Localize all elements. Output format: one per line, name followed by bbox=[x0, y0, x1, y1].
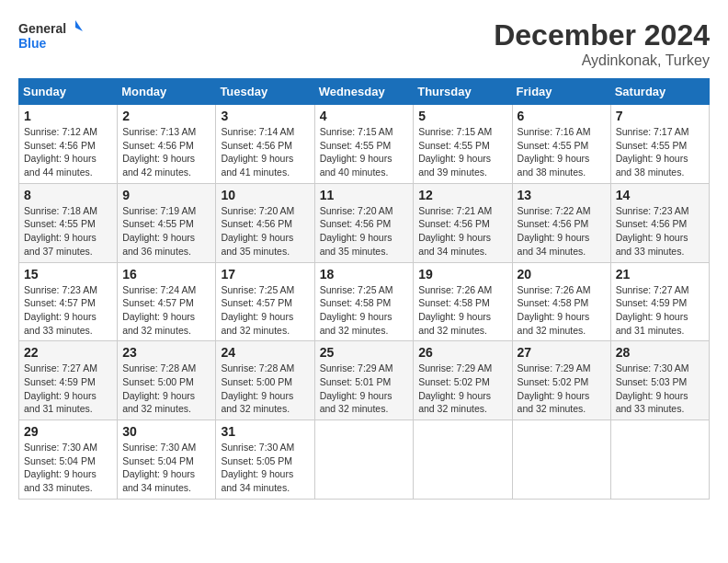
day-info: Sunrise: 7:19 AMSunset: 4:55 PMDaylight:… bbox=[122, 204, 210, 259]
day-number: 7 bbox=[616, 109, 704, 123]
calendar-cell: 9Sunrise: 7:19 AMSunset: 4:55 PMDaylight… bbox=[118, 183, 216, 262]
weekday-header-thursday: Thursday bbox=[414, 79, 512, 105]
day-info: Sunrise: 7:30 AMSunset: 5:04 PMDaylight:… bbox=[122, 441, 210, 495]
weekday-header-tuesday: Tuesday bbox=[216, 79, 314, 105]
calendar-table: SundayMondayTuesdayWednesdayThursdayFrid… bbox=[18, 78, 710, 500]
day-info: Sunrise: 7:30 AMSunset: 5:04 PMDaylight:… bbox=[24, 441, 112, 495]
day-number: 28 bbox=[616, 345, 704, 360]
logo: General Blue bbox=[18, 18, 83, 55]
month-title: December 2024 bbox=[494, 18, 710, 52]
calendar-cell: 16Sunrise: 7:24 AMSunset: 4:57 PMDayligh… bbox=[118, 262, 216, 341]
svg-text:General: General bbox=[18, 21, 66, 36]
calendar-cell: 2Sunrise: 7:13 AMSunset: 4:56 PMDaylight… bbox=[118, 105, 216, 184]
day-number: 19 bbox=[418, 267, 506, 282]
day-info: Sunrise: 7:24 AMSunset: 4:57 PMDaylight:… bbox=[122, 283, 210, 338]
day-info: Sunrise: 7:20 AMSunset: 4:56 PMDaylight:… bbox=[320, 204, 409, 259]
calendar-cell: 31Sunrise: 7:30 AMSunset: 5:05 PMDayligh… bbox=[216, 420, 314, 500]
day-number: 29 bbox=[24, 424, 112, 439]
day-number: 16 bbox=[122, 267, 210, 282]
day-number: 25 bbox=[320, 345, 409, 360]
calendar-cell: 4Sunrise: 7:15 AMSunset: 4:55 PMDaylight… bbox=[314, 105, 414, 184]
calendar-cell: 22Sunrise: 7:27 AMSunset: 4:59 PMDayligh… bbox=[19, 341, 118, 420]
day-info: Sunrise: 7:21 AMSunset: 4:56 PMDaylight:… bbox=[418, 204, 506, 259]
calendar-week-4: 22Sunrise: 7:27 AMSunset: 4:59 PMDayligh… bbox=[19, 341, 710, 420]
calendar-cell: 5Sunrise: 7:15 AMSunset: 4:55 PMDaylight… bbox=[414, 105, 512, 184]
calendar-cell: 27Sunrise: 7:29 AMSunset: 5:02 PMDayligh… bbox=[512, 341, 610, 420]
calendar-cell: 7Sunrise: 7:17 AMSunset: 4:55 PMDaylight… bbox=[610, 105, 709, 184]
calendar-week-5: 29Sunrise: 7:30 AMSunset: 5:04 PMDayligh… bbox=[19, 420, 710, 500]
calendar-cell: 21Sunrise: 7:27 AMSunset: 4:59 PMDayligh… bbox=[610, 262, 709, 341]
day-info: Sunrise: 7:23 AMSunset: 4:56 PMDaylight:… bbox=[616, 204, 704, 259]
day-info: Sunrise: 7:15 AMSunset: 4:55 PMDaylight:… bbox=[320, 125, 409, 179]
day-info: Sunrise: 7:23 AMSunset: 4:57 PMDaylight:… bbox=[24, 283, 112, 338]
day-number: 3 bbox=[221, 109, 309, 123]
day-number: 22 bbox=[24, 345, 112, 360]
calendar-cell: 23Sunrise: 7:28 AMSunset: 5:00 PMDayligh… bbox=[118, 341, 216, 420]
day-info: Sunrise: 7:29 AMSunset: 5:02 PMDaylight:… bbox=[518, 362, 606, 416]
day-number: 9 bbox=[122, 188, 210, 202]
calendar-cell: 11Sunrise: 7:20 AMSunset: 4:56 PMDayligh… bbox=[314, 183, 414, 262]
weekday-header-saturday: Saturday bbox=[610, 79, 709, 105]
day-number: 14 bbox=[616, 188, 704, 202]
day-info: Sunrise: 7:18 AMSunset: 4:55 PMDaylight:… bbox=[24, 204, 112, 259]
weekday-header-wednesday: Wednesday bbox=[314, 79, 414, 105]
day-info: Sunrise: 7:30 AMSunset: 5:05 PMDaylight:… bbox=[221, 441, 309, 495]
calendar-cell: 3Sunrise: 7:14 AMSunset: 4:56 PMDaylight… bbox=[216, 105, 314, 184]
weekday-header-row: SundayMondayTuesdayWednesdayThursdayFrid… bbox=[19, 79, 710, 105]
calendar-cell: 29Sunrise: 7:30 AMSunset: 5:04 PMDayligh… bbox=[19, 420, 118, 500]
day-number: 24 bbox=[221, 345, 309, 360]
day-number: 21 bbox=[616, 267, 704, 282]
day-number: 26 bbox=[418, 345, 506, 360]
calendar-cell: 25Sunrise: 7:29 AMSunset: 5:01 PMDayligh… bbox=[314, 341, 414, 420]
day-info: Sunrise: 7:26 AMSunset: 4:58 PMDaylight:… bbox=[418, 283, 506, 338]
calendar-cell: 17Sunrise: 7:25 AMSunset: 4:57 PMDayligh… bbox=[216, 262, 314, 341]
day-number: 23 bbox=[122, 345, 210, 360]
day-number: 31 bbox=[221, 424, 309, 439]
day-info: Sunrise: 7:13 AMSunset: 4:56 PMDaylight:… bbox=[122, 125, 210, 179]
day-info: Sunrise: 7:27 AMSunset: 4:59 PMDaylight:… bbox=[616, 283, 704, 338]
calendar-cell: 20Sunrise: 7:26 AMSunset: 4:58 PMDayligh… bbox=[512, 262, 610, 341]
title-area: December 2024 Aydinkonak, Turkey bbox=[494, 18, 710, 69]
weekday-header-friday: Friday bbox=[512, 79, 610, 105]
day-info: Sunrise: 7:12 AMSunset: 4:56 PMDaylight:… bbox=[24, 125, 112, 179]
day-info: Sunrise: 7:22 AMSunset: 4:56 PMDaylight:… bbox=[518, 204, 606, 259]
calendar-cell: 14Sunrise: 7:23 AMSunset: 4:56 PMDayligh… bbox=[610, 183, 709, 262]
calendar-cell: 1Sunrise: 7:12 AMSunset: 4:56 PMDaylight… bbox=[19, 105, 118, 184]
day-number: 13 bbox=[518, 188, 606, 202]
calendar-cell: 15Sunrise: 7:23 AMSunset: 4:57 PMDayligh… bbox=[19, 262, 118, 341]
day-info: Sunrise: 7:25 AMSunset: 4:57 PMDaylight:… bbox=[221, 283, 309, 338]
day-number: 15 bbox=[24, 267, 112, 282]
calendar-cell bbox=[414, 420, 512, 500]
day-info: Sunrise: 7:14 AMSunset: 4:56 PMDaylight:… bbox=[221, 125, 309, 179]
day-number: 4 bbox=[320, 109, 409, 123]
svg-text:Blue: Blue bbox=[18, 36, 47, 51]
calendar-week-1: 1Sunrise: 7:12 AMSunset: 4:56 PMDaylight… bbox=[19, 105, 710, 184]
calendar-cell: 26Sunrise: 7:29 AMSunset: 5:02 PMDayligh… bbox=[414, 341, 512, 420]
day-number: 17 bbox=[221, 267, 309, 282]
header: General Blue December 2024 Aydinkonak, T… bbox=[18, 18, 710, 69]
calendar-cell: 24Sunrise: 7:28 AMSunset: 5:00 PMDayligh… bbox=[216, 341, 314, 420]
calendar-cell: 28Sunrise: 7:30 AMSunset: 5:03 PMDayligh… bbox=[610, 341, 709, 420]
day-info: Sunrise: 7:26 AMSunset: 4:58 PMDaylight:… bbox=[518, 283, 606, 338]
day-info: Sunrise: 7:27 AMSunset: 4:59 PMDaylight:… bbox=[24, 362, 112, 416]
calendar-cell bbox=[314, 420, 414, 500]
day-info: Sunrise: 7:15 AMSunset: 4:55 PMDaylight:… bbox=[418, 125, 506, 179]
day-number: 12 bbox=[418, 188, 506, 202]
svg-marker-2 bbox=[75, 20, 83, 31]
day-info: Sunrise: 7:29 AMSunset: 5:02 PMDaylight:… bbox=[418, 362, 506, 416]
day-number: 18 bbox=[320, 267, 409, 282]
day-number: 11 bbox=[320, 188, 409, 202]
weekday-header-monday: Monday bbox=[118, 79, 216, 105]
day-number: 27 bbox=[518, 345, 606, 360]
day-info: Sunrise: 7:28 AMSunset: 5:00 PMDaylight:… bbox=[221, 362, 309, 416]
day-number: 6 bbox=[518, 109, 606, 123]
calendar-cell: 19Sunrise: 7:26 AMSunset: 4:58 PMDayligh… bbox=[414, 262, 512, 341]
calendar-cell: 10Sunrise: 7:20 AMSunset: 4:56 PMDayligh… bbox=[216, 183, 314, 262]
day-number: 8 bbox=[24, 188, 112, 202]
day-info: Sunrise: 7:25 AMSunset: 4:58 PMDaylight:… bbox=[320, 283, 409, 338]
calendar-cell: 13Sunrise: 7:22 AMSunset: 4:56 PMDayligh… bbox=[512, 183, 610, 262]
day-info: Sunrise: 7:29 AMSunset: 5:01 PMDaylight:… bbox=[320, 362, 409, 416]
calendar-week-3: 15Sunrise: 7:23 AMSunset: 4:57 PMDayligh… bbox=[19, 262, 710, 341]
day-info: Sunrise: 7:20 AMSunset: 4:56 PMDaylight:… bbox=[221, 204, 309, 259]
day-number: 20 bbox=[518, 267, 606, 282]
